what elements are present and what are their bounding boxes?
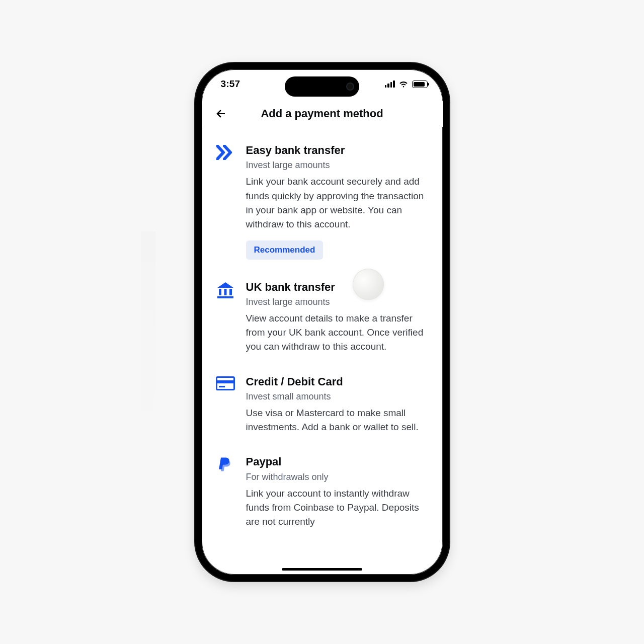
battery-icon xyxy=(412,80,428,88)
status-time: 3:57 xyxy=(221,78,240,90)
method-subtitle: Invest large amounts xyxy=(246,297,429,307)
method-title: UK bank transfer xyxy=(246,281,429,294)
bank-icon xyxy=(216,282,234,299)
method-description: Link your account to instantly withdraw … xyxy=(246,487,429,529)
method-subtitle: For withdrawals only xyxy=(246,472,429,482)
svg-rect-2 xyxy=(229,289,232,295)
chevrons-right-icon xyxy=(216,145,234,160)
recommended-badge: Recommended xyxy=(246,240,324,260)
svg-rect-5 xyxy=(216,380,234,383)
card-icon xyxy=(216,376,235,390)
method-subtitle: Invest small amounts xyxy=(246,391,429,402)
svg-rect-1 xyxy=(224,289,226,295)
method-title: Easy bank transfer xyxy=(246,144,429,157)
dynamic-island xyxy=(285,76,359,97)
method-description: View account details to make a transfer … xyxy=(246,311,429,354)
home-indicator[interactable] xyxy=(282,568,362,571)
touch-indicator xyxy=(353,269,384,300)
payment-method-list: Easy bank transfer Invest large amounts … xyxy=(202,129,443,575)
method-title: Paypal xyxy=(246,455,429,468)
svg-rect-0 xyxy=(219,289,221,295)
method-description: Use visa or Mastercard to make small inv… xyxy=(246,406,429,434)
method-subtitle: Invest large amounts xyxy=(246,160,429,171)
svg-rect-3 xyxy=(217,296,233,298)
app-header: Add a payment method xyxy=(202,101,443,127)
payment-method-paypal[interactable]: Paypal For withdrawals only Link your ac… xyxy=(216,455,429,529)
payment-method-easy-bank[interactable]: Easy bank transfer Invest large amounts … xyxy=(216,144,429,260)
method-description: Link your bank account securely and add … xyxy=(246,175,429,231)
wifi-icon xyxy=(398,80,409,88)
payment-method-uk-bank[interactable]: UK bank transfer Invest large amounts Vi… xyxy=(216,281,429,354)
paypal-icon xyxy=(217,456,233,474)
phone-frame: 3:57 Add a payment method xyxy=(195,63,449,581)
svg-rect-6 xyxy=(219,386,225,387)
page-title: Add a payment method xyxy=(214,107,431,120)
method-title: Credit / Debit Card xyxy=(246,375,429,388)
cellular-icon xyxy=(385,80,395,88)
payment-method-card[interactable]: Credit / Debit Card Invest small amounts… xyxy=(216,375,429,435)
